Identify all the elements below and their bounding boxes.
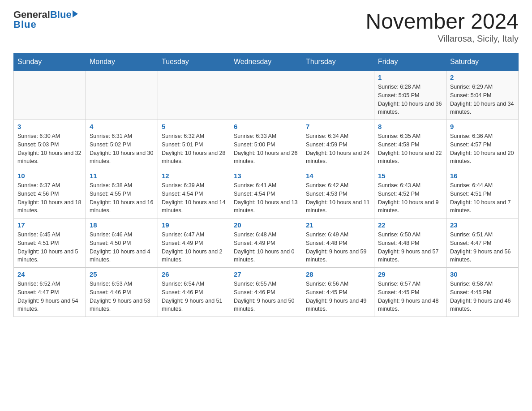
calendar-cell: 23Sunrise: 6:51 AMSunset: 4:47 PMDayligh…: [446, 218, 519, 268]
day-number: 6: [234, 123, 298, 130]
calendar-table: SundayMondayTuesdayWednesdayThursdayFrid…: [13, 53, 519, 317]
calendar-cell: 2Sunrise: 6:29 AMSunset: 5:04 PMDaylight…: [446, 71, 519, 120]
day-info: Sunrise: 6:55 AMSunset: 4:46 PMDaylight:…: [234, 280, 298, 313]
day-info: Sunrise: 6:54 AMSunset: 4:46 PMDaylight:…: [162, 280, 226, 313]
day-number: 27: [234, 270, 298, 278]
day-number: 14: [306, 172, 370, 180]
calendar-cell: 1Sunrise: 6:28 AMSunset: 5:05 PMDaylight…: [374, 71, 446, 120]
calendar-week-row: 17Sunrise: 6:45 AMSunset: 4:51 PMDayligh…: [14, 218, 519, 268]
day-info: Sunrise: 6:56 AMSunset: 4:45 PMDaylight:…: [306, 280, 370, 313]
calendar-week-row: 10Sunrise: 6:37 AMSunset: 4:56 PMDayligh…: [14, 169, 519, 218]
calendar-cell: 26Sunrise: 6:54 AMSunset: 4:46 PMDayligh…: [158, 268, 230, 317]
weekday-header: Wednesday: [230, 53, 302, 71]
calendar-week-row: 3Sunrise: 6:30 AMSunset: 5:03 PMDaylight…: [14, 120, 519, 169]
day-info: Sunrise: 6:41 AMSunset: 4:54 PMDaylight:…: [234, 181, 298, 215]
calendar-cell: [230, 71, 302, 120]
day-info: Sunrise: 6:52 AMSunset: 4:47 PMDaylight:…: [17, 280, 82, 313]
day-number: 26: [162, 270, 226, 278]
day-number: 18: [90, 221, 154, 229]
day-info: Sunrise: 6:30 AMSunset: 5:03 PMDaylight:…: [17, 132, 82, 166]
calendar-cell: 4Sunrise: 6:31 AMSunset: 5:02 PMDaylight…: [86, 120, 158, 169]
day-number: 16: [450, 172, 515, 180]
day-number: 1: [378, 73, 442, 81]
calendar-cell: 10Sunrise: 6:37 AMSunset: 4:56 PMDayligh…: [14, 169, 86, 218]
calendar-cell: 29Sunrise: 6:57 AMSunset: 4:45 PMDayligh…: [374, 268, 446, 317]
day-info: Sunrise: 6:44 AMSunset: 4:51 PMDaylight:…: [450, 181, 515, 215]
calendar-cell: 11Sunrise: 6:38 AMSunset: 4:55 PMDayligh…: [86, 169, 158, 218]
weekday-header: Tuesday: [158, 53, 230, 71]
calendar-cell: 7Sunrise: 6:34 AMSunset: 4:59 PMDaylight…: [302, 120, 374, 169]
day-info: Sunrise: 6:49 AMSunset: 4:48 PMDaylight:…: [306, 231, 370, 264]
day-number: 24: [17, 270, 82, 278]
day-info: Sunrise: 6:57 AMSunset: 4:45 PMDaylight:…: [378, 280, 442, 313]
day-number: 4: [90, 123, 154, 130]
calendar-cell: 5Sunrise: 6:32 AMSunset: 5:01 PMDaylight…: [158, 120, 230, 169]
day-number: 7: [306, 123, 370, 130]
day-number: 23: [450, 221, 515, 229]
day-info: Sunrise: 6:47 AMSunset: 4:49 PMDaylight:…: [162, 231, 226, 264]
calendar-header-row: SundayMondayTuesdayWednesdayThursdayFrid…: [14, 53, 519, 71]
day-number: 28: [306, 270, 370, 278]
day-info: Sunrise: 6:28 AMSunset: 5:05 PMDaylight:…: [378, 83, 442, 116]
day-info: Sunrise: 6:42 AMSunset: 4:53 PMDaylight:…: [306, 181, 370, 215]
day-number: 25: [90, 270, 154, 278]
calendar-cell: [14, 71, 86, 120]
weekday-header: Saturday: [446, 53, 519, 71]
day-number: 19: [162, 221, 226, 229]
calendar-cell: 15Sunrise: 6:43 AMSunset: 4:52 PMDayligh…: [374, 169, 446, 218]
day-number: 8: [378, 123, 442, 130]
day-number: 11: [90, 172, 154, 180]
day-info: Sunrise: 6:31 AMSunset: 5:02 PMDaylight:…: [90, 132, 154, 166]
calendar-cell: 25Sunrise: 6:53 AMSunset: 4:46 PMDayligh…: [86, 268, 158, 317]
day-info: Sunrise: 6:37 AMSunset: 4:56 PMDaylight:…: [17, 181, 82, 215]
day-info: Sunrise: 6:39 AMSunset: 4:54 PMDaylight:…: [162, 181, 226, 215]
day-info: Sunrise: 6:32 AMSunset: 5:01 PMDaylight:…: [162, 132, 226, 166]
calendar-cell: 27Sunrise: 6:55 AMSunset: 4:46 PMDayligh…: [230, 268, 302, 317]
day-number: 2: [450, 73, 515, 81]
day-info: Sunrise: 6:53 AMSunset: 4:46 PMDaylight:…: [90, 280, 154, 313]
calendar-cell: 24Sunrise: 6:52 AMSunset: 4:47 PMDayligh…: [14, 268, 86, 317]
day-number: 30: [450, 270, 515, 278]
day-info: Sunrise: 6:33 AMSunset: 5:00 PMDaylight:…: [234, 132, 298, 166]
calendar-cell: 3Sunrise: 6:30 AMSunset: 5:03 PMDaylight…: [14, 120, 86, 169]
day-info: Sunrise: 6:48 AMSunset: 4:49 PMDaylight:…: [234, 231, 298, 264]
calendar-cell: [302, 71, 374, 120]
day-number: 5: [162, 123, 226, 130]
calendar-cell: 17Sunrise: 6:45 AMSunset: 4:51 PMDayligh…: [14, 218, 86, 268]
day-number: 15: [378, 172, 442, 180]
day-number: 29: [378, 270, 442, 278]
calendar-cell: 6Sunrise: 6:33 AMSunset: 5:00 PMDaylight…: [230, 120, 302, 169]
calendar-cell: 30Sunrise: 6:58 AMSunset: 4:45 PMDayligh…: [446, 268, 519, 317]
weekday-header: Friday: [374, 53, 446, 71]
day-number: 22: [378, 221, 442, 229]
logo: General Blue Blue: [13, 9, 78, 30]
calendar-cell: 18Sunrise: 6:46 AMSunset: 4:50 PMDayligh…: [86, 218, 158, 268]
day-info: Sunrise: 6:46 AMSunset: 4:50 PMDaylight:…: [90, 231, 154, 264]
calendar-cell: 12Sunrise: 6:39 AMSunset: 4:54 PMDayligh…: [158, 169, 230, 218]
title-area: November 2024 Villarosa, Sicily, Italy: [365, 9, 519, 44]
weekday-header: Sunday: [14, 53, 86, 71]
day-info: Sunrise: 6:38 AMSunset: 4:55 PMDaylight:…: [90, 181, 154, 215]
calendar-cell: 28Sunrise: 6:56 AMSunset: 4:45 PMDayligh…: [302, 268, 374, 317]
day-info: Sunrise: 6:34 AMSunset: 4:59 PMDaylight:…: [306, 132, 370, 166]
calendar-cell: 13Sunrise: 6:41 AMSunset: 4:54 PMDayligh…: [230, 169, 302, 218]
calendar-cell: 21Sunrise: 6:49 AMSunset: 4:48 PMDayligh…: [302, 218, 374, 268]
day-info: Sunrise: 6:51 AMSunset: 4:47 PMDaylight:…: [450, 231, 515, 264]
day-info: Sunrise: 6:29 AMSunset: 5:04 PMDaylight:…: [450, 83, 515, 116]
month-title: November 2024: [365, 9, 519, 34]
day-number: 20: [234, 221, 298, 229]
calendar-cell: 9Sunrise: 6:36 AMSunset: 4:57 PMDaylight…: [446, 120, 519, 169]
day-number: 9: [450, 123, 515, 130]
day-info: Sunrise: 6:45 AMSunset: 4:51 PMDaylight:…: [17, 231, 82, 264]
calendar-cell: 8Sunrise: 6:35 AMSunset: 4:58 PMDaylight…: [374, 120, 446, 169]
calendar-cell: [158, 71, 230, 120]
day-info: Sunrise: 6:35 AMSunset: 4:58 PMDaylight:…: [378, 132, 442, 166]
day-number: 21: [306, 221, 370, 229]
day-info: Sunrise: 6:58 AMSunset: 4:45 PMDaylight:…: [450, 280, 515, 313]
weekday-header: Thursday: [302, 53, 374, 71]
logo-arrow-icon: [73, 10, 78, 17]
day-info: Sunrise: 6:36 AMSunset: 4:57 PMDaylight:…: [450, 132, 515, 166]
day-info: Sunrise: 6:43 AMSunset: 4:52 PMDaylight:…: [378, 181, 442, 215]
calendar-week-row: 24Sunrise: 6:52 AMSunset: 4:47 PMDayligh…: [14, 268, 519, 317]
logo-blue-text: Blue: [50, 9, 72, 21]
